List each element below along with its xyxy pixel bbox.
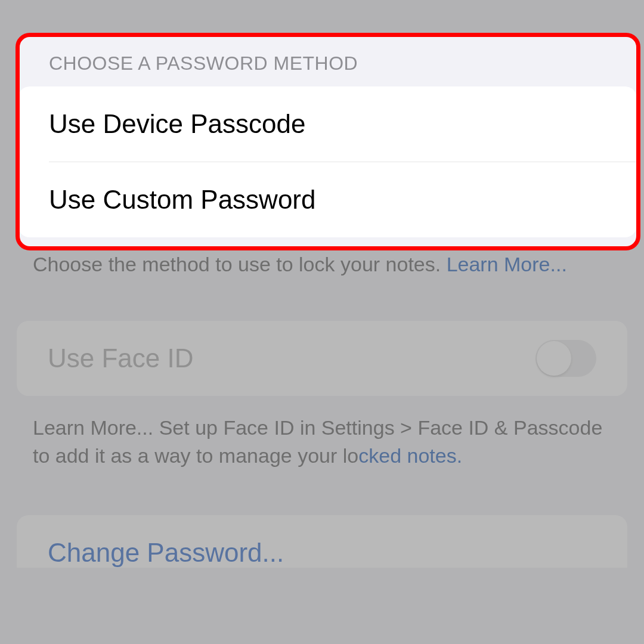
use-custom-password-option-clear[interactable]: Use Custom Password — [18, 162, 637, 237]
highlighted-content: Choose a Password Method Use Device Pass… — [18, 36, 637, 247]
section-header-clear: Choose a Password Method — [18, 36, 637, 86]
password-method-list-clear: Use Device Passcode Use Custom Password — [18, 86, 637, 237]
use-device-passcode-option-clear[interactable]: Use Device Passcode — [18, 86, 637, 162]
